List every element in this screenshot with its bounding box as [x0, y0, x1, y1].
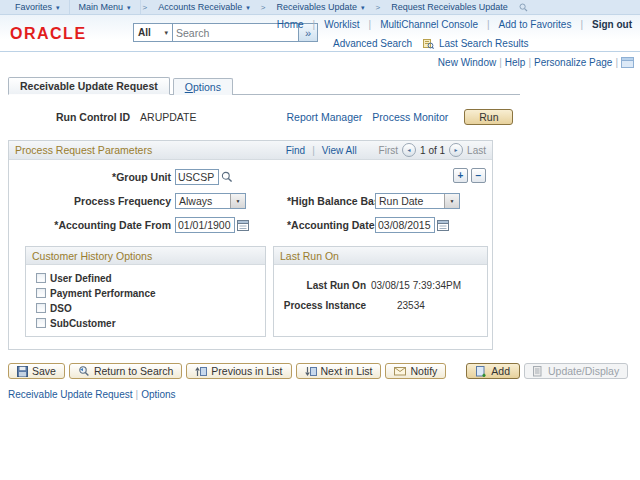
add-button[interactable]: Add — [466, 363, 520, 379]
return-to-search-icon — [78, 365, 90, 377]
main-menu-label: Main Menu — [79, 2, 124, 12]
footer-link-options[interactable]: Options — [141, 389, 175, 400]
checkbox-label: SubCustomer — [50, 318, 116, 329]
return-to-search-button[interactable]: Return to Search — [69, 363, 182, 379]
breadcrumb-accounts-receivable[interactable]: Accounts Receivable ▾ — [149, 0, 259, 14]
tab-label: Options — [185, 81, 221, 93]
main-menu[interactable]: Main Menu ▾ — [70, 0, 141, 14]
personalize-page-link[interactable]: Personalize Page — [534, 57, 612, 68]
group-unit-input[interactable] — [175, 169, 219, 185]
personalize-layout-icon[interactable] — [621, 57, 634, 68]
breadcrumb-receivables-update[interactable]: Receivables Update ▾ — [267, 0, 373, 14]
tab-receivable-update-request[interactable]: Receivable Update Request — [8, 77, 170, 95]
high-balance-basis-date-select[interactable]: Run Date ▼ — [375, 193, 460, 209]
separator: | — [309, 145, 318, 156]
checkbox-row-subcustomer: SubCustomer — [36, 317, 265, 329]
process-request-parameters-body: + − *Group Unit Process Frequency Always… — [9, 160, 492, 349]
page-action-bar: New Window | Help | Personalize Page | — [0, 52, 640, 70]
report-manager-link[interactable]: Report Manager — [286, 111, 362, 123]
row-add-remove: + − — [453, 168, 486, 183]
last-search-results-link[interactable]: Last Search Results — [439, 38, 529, 49]
breadcrumb-item-label: Request Receivables Update — [391, 2, 508, 12]
process-instance-row: Process Instance 23534 — [274, 300, 487, 311]
add-row-button[interactable]: + — [453, 168, 468, 183]
tab-bar: Receivable Update Request Options — [8, 75, 520, 95]
worklist-link[interactable]: Worklist — [318, 19, 365, 30]
separator: | — [133, 389, 142, 400]
checkbox-label: User Defined — [50, 273, 112, 284]
new-window-link[interactable]: New Window — [438, 57, 496, 68]
run-control-row: Run Control ID ARUPDATE Report Manager P… — [56, 108, 640, 126]
payment-performance-checkbox[interactable] — [36, 288, 46, 298]
accounting-date-to-label: *Accounting Date To — [287, 219, 375, 231]
section-title: Last Run On — [280, 250, 339, 262]
button-label: Notify — [410, 365, 437, 377]
group-unit-label: *Group Unit — [9, 171, 175, 183]
run-control-id-value: ARUPDATE — [140, 111, 196, 123]
checkbox-row-user-defined: User Defined — [36, 272, 265, 284]
breadcrumb-search-icon — [519, 3, 528, 12]
group-unit-lookup-icon[interactable] — [221, 171, 233, 183]
save-button[interactable]: Save — [8, 363, 65, 379]
tab-label: Receivable Update Request — [20, 80, 158, 92]
add-icon — [476, 366, 487, 377]
button-label: Save — [32, 365, 56, 377]
separator: | — [310, 19, 319, 30]
calendar-icon[interactable] — [437, 219, 450, 232]
high-balance-value: Run Date — [376, 195, 444, 207]
button-label: Update/Display — [548, 365, 619, 377]
button-label: Next in List — [321, 365, 373, 377]
sign-out-link[interactable]: Sign out — [586, 19, 634, 30]
subcustomer-checkbox[interactable] — [36, 318, 46, 328]
delete-row-button[interactable]: − — [471, 168, 486, 183]
chevron-down-icon: ▾ — [56, 4, 60, 11]
button-label: Add — [491, 365, 510, 377]
tab-options[interactable]: Options — [173, 78, 233, 95]
process-monitor-link[interactable]: Process Monitor — [372, 111, 448, 123]
pager-previous-icon[interactable]: ◄ — [402, 143, 416, 157]
view-all-link[interactable]: View All — [322, 145, 357, 156]
add-to-favorites-link[interactable]: Add to Favorites — [493, 19, 578, 30]
breadcrumb-separator: > — [374, 3, 383, 12]
favorites-menu[interactable]: Favorites ▾ — [6, 0, 70, 14]
search-scope-select[interactable]: All ▾ — [133, 23, 173, 42]
pager-next-icon[interactable]: ► — [449, 143, 463, 157]
separator: | — [496, 57, 505, 68]
multichannel-console-link[interactable]: MultiChannel Console — [374, 19, 484, 30]
footer-link-receivable-update-request[interactable]: Receivable Update Request — [8, 389, 133, 400]
high-balance-basis-date-label: *High Balance Basis Date — [287, 195, 375, 207]
home-link[interactable]: Home — [271, 19, 310, 30]
help-link[interactable]: Help — [505, 57, 526, 68]
last-run-on-header: Last Run On — [274, 247, 487, 265]
update-display-button: Update/Display — [524, 363, 628, 379]
separator: | — [366, 19, 375, 30]
run-button[interactable]: Run — [464, 109, 513, 125]
process-request-parameters-header: Process Request Parameters Find | View A… — [9, 141, 492, 160]
previous-in-list-button[interactable]: Previous in List — [186, 363, 291, 379]
separator: | — [525, 57, 534, 68]
process-request-parameters-box: Process Request Parameters Find | View A… — [8, 140, 493, 350]
next-in-list-button[interactable]: Next in List — [296, 363, 382, 379]
grid-pager: Find | View All First ◄ 1 of 1 ► Last — [286, 143, 486, 157]
breadcrumb-request-receivables-update[interactable]: Request Receivables Update — [382, 0, 517, 14]
pager-page-info: 1 of 1 — [420, 145, 445, 156]
advanced-search-link[interactable]: Advanced Search — [333, 38, 412, 49]
accounting-date-from-input[interactable] — [175, 217, 235, 233]
dso-checkbox[interactable] — [36, 303, 46, 313]
find-link[interactable]: Find — [286, 145, 305, 156]
checkbox-label: DSO — [50, 303, 72, 314]
calendar-icon[interactable] — [237, 219, 250, 232]
last-search-results-icon — [423, 38, 434, 49]
notify-button[interactable]: Notify — [385, 363, 446, 379]
last-run-row: Last Run On 03/08/15 7:39:34PM — [274, 280, 487, 291]
chevron-down-icon: ▾ — [246, 4, 250, 11]
user-defined-checkbox[interactable] — [36, 273, 46, 283]
section-title: Customer History Options — [32, 250, 152, 262]
oracle-logo: ORACLE — [10, 25, 87, 43]
update-display-icon — [533, 366, 544, 377]
process-frequency-select[interactable]: Always ▼ — [175, 193, 246, 209]
accounting-date-to-input[interactable] — [375, 217, 435, 233]
next-in-list-icon — [305, 366, 317, 377]
breadcrumb-item-label: Accounts Receivable — [158, 2, 242, 12]
process-instance-value: 23534 — [397, 300, 425, 311]
